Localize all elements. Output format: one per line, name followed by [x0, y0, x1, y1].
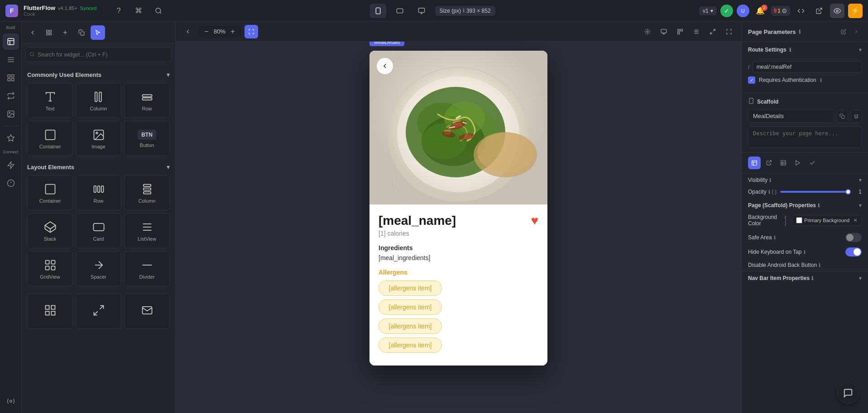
svg-line-1 — [160, 12, 161, 14]
select-tool-button[interactable] — [91, 25, 105, 40]
hide-keyboard-toggle[interactable] — [845, 247, 862, 256]
sidebar-icon-media[interactable] — [3, 106, 19, 122]
layout-card[interactable]: Card — [76, 213, 121, 248]
collapse-button[interactable] — [181, 25, 195, 38]
widget-container[interactable]: Container — [27, 121, 73, 156]
settings-icon[interactable]: ⚙ — [782, 7, 787, 14]
desktop-device-button[interactable] — [413, 4, 430, 18]
preview-button[interactable] — [830, 4, 844, 18]
copy-tool-button[interactable] — [74, 25, 89, 40]
canvas-tool-5[interactable] — [706, 25, 719, 38]
mobile-device-button[interactable] — [370, 4, 386, 18]
prop-tab-general[interactable] — [748, 157, 761, 169]
zoom-out-button[interactable]: − — [202, 28, 211, 36]
expand-icon[interactable] — [851, 26, 862, 37]
color-chip-container[interactable]: Primary Background ✕ — [792, 215, 862, 226]
bg-color-code-icon[interactable]: { } — [785, 215, 788, 226]
prop-tab-layout[interactable] — [762, 157, 775, 169]
sidebar-icon-build[interactable] — [3, 33, 19, 50]
safe-area-text: Safe Area — [748, 234, 772, 241]
scaffold-delete-button[interactable] — [851, 110, 862, 123]
canvas-tool-3[interactable] — [673, 25, 687, 38]
widget-extra-1[interactable] — [27, 294, 73, 329]
add-widget-button[interactable]: + — [58, 25, 72, 40]
auth-checkbox[interactable]: ✓ — [748, 76, 755, 84]
sidebar-icon-routes[interactable] — [3, 88, 19, 104]
back-button[interactable] — [377, 58, 393, 74]
edit-icon[interactable] — [838, 26, 849, 37]
widget-text[interactable]: Text — [27, 83, 73, 118]
code-button[interactable] — [794, 4, 808, 18]
svg-rect-16 — [8, 75, 10, 77]
sidebar-icon-theme[interactable] — [3, 130, 19, 146]
canvas-tool-6[interactable] — [722, 25, 736, 38]
sidebar-icon-data[interactable] — [3, 70, 19, 86]
canvas-tool-4[interactable] — [690, 25, 703, 38]
sidebar-icon-debug[interactable] — [3, 175, 19, 191]
prop-tab-play[interactable] — [791, 157, 804, 169]
shortcuts-button[interactable]: ⌘ — [131, 4, 146, 18]
layout-gridview[interactable]: GridView — [27, 251, 73, 286]
color-chip-remove-button[interactable]: ✕ — [853, 217, 858, 223]
version-selector[interactable]: v1 ▾ — [699, 6, 717, 15]
opacity-slider[interactable] — [780, 191, 851, 193]
svg-line-76 — [710, 32, 712, 34]
widget-extra-2[interactable] — [76, 294, 121, 329]
canvas-tool-1[interactable] — [641, 25, 654, 38]
widget-column[interactable]: Column — [76, 83, 121, 118]
page-scaffold-toggle[interactable]: ▾ — [859, 202, 862, 209]
route-input[interactable] — [753, 61, 862, 73]
prop-tab-check[interactable] — [806, 157, 819, 169]
widget-row[interactable]: Row — [124, 83, 170, 118]
back-tool-button[interactable] — [25, 25, 40, 40]
notification-badge-1[interactable]: 🔔 2 — [753, 5, 767, 17]
route-settings-toggle[interactable]: ▾ — [859, 47, 862, 53]
user-avatar[interactable]: U — [737, 5, 749, 17]
zoom-in-button[interactable]: + — [228, 28, 237, 36]
layout-divider[interactable]: Divider — [124, 251, 170, 286]
route-settings-header[interactable]: Route Settings ℹ ▾ — [742, 42, 868, 57]
sidebar-icon-connect[interactable] — [3, 157, 19, 173]
svg-point-21 — [9, 112, 10, 113]
search-icon — [29, 52, 35, 58]
canvas-content[interactable]: MealDetails — [176, 42, 741, 413]
scaffold-copy-button[interactable] — [837, 110, 848, 123]
disable-android-text: Disable Android Back Button — [748, 262, 817, 268]
sidebar-icon-settings[interactable] — [3, 393, 19, 409]
commonly-used-toggle[interactable]: ▾ — [167, 71, 170, 78]
widget-extra-3[interactable] — [124, 294, 170, 329]
route-settings-label: Route Settings — [748, 47, 786, 53]
page-description-input[interactable] — [748, 126, 862, 148]
layout-spacer[interactable]: Spacer — [76, 251, 121, 286]
fit-button[interactable] — [245, 25, 258, 38]
svg-rect-60 — [45, 311, 49, 315]
widget-button[interactable]: BTN Button — [124, 121, 170, 156]
search-button[interactable] — [151, 4, 166, 18]
widget-search-bar[interactable] — [25, 47, 172, 62]
nav-bar-toggle[interactable]: ▾ — [859, 275, 862, 281]
share-button[interactable] — [812, 4, 826, 18]
tablet-device-button[interactable] — [392, 4, 408, 18]
visibility-toggle[interactable]: ▾ — [859, 177, 862, 183]
layout-listview[interactable]: ListView — [124, 213, 170, 248]
layout-row[interactable]: Row — [76, 175, 121, 210]
canvas-tool-2[interactable] — [657, 25, 671, 38]
scaffold-name-input[interactable] — [748, 109, 834, 123]
opacity-code-icon[interactable]: { } — [772, 189, 777, 195]
favorite-button[interactable]: ♥ — [531, 214, 538, 228]
sidebar-icon-layers[interactable] — [3, 52, 19, 68]
layout-elements-toggle[interactable]: ▾ — [167, 163, 170, 171]
layout-container[interactable]: Container — [27, 175, 73, 210]
deploy-button[interactable]: ⚡ — [848, 4, 863, 18]
prop-tab-table[interactable] — [777, 157, 790, 169]
layout-divider-label: Divider — [139, 274, 154, 280]
help-button[interactable]: ? — [111, 4, 126, 18]
visibility-label: Visibility ℹ — [748, 177, 771, 183]
layout-column[interactable]: Column — [124, 175, 170, 210]
layout-stack[interactable]: Stack — [27, 213, 73, 248]
widget-image[interactable]: Image — [76, 121, 121, 156]
widget-tool-button[interactable] — [42, 25, 56, 40]
safe-area-toggle[interactable] — [845, 233, 862, 242]
widget-search-input[interactable] — [38, 52, 168, 58]
chat-button[interactable] — [837, 382, 859, 404]
